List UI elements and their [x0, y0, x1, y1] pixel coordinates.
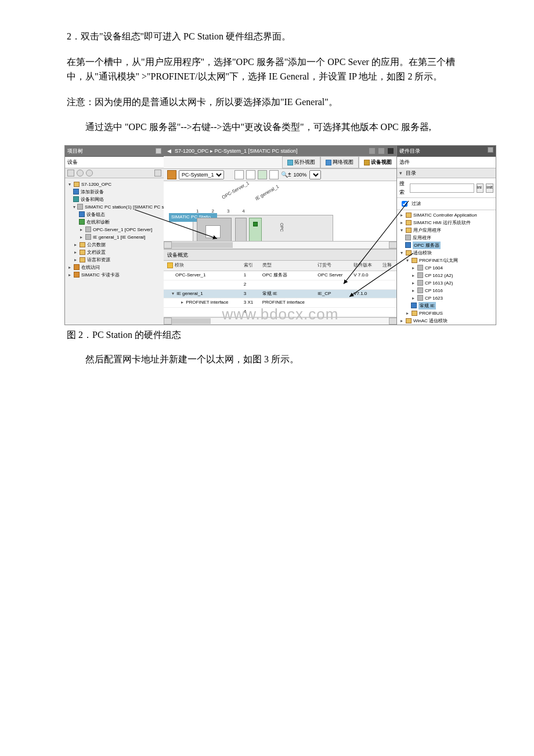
device-canvas[interactable]: OPC-Server_1 IE general_1 1234 SIMATIC P…: [164, 181, 397, 249]
figure-2-caption: 图 2．PC Station 的硬件组态: [67, 327, 467, 343]
toolbar-btn-4[interactable]: [258, 170, 267, 179]
tree-node-add-device[interactable]: 添加新设备: [67, 188, 163, 196]
folder-icon: [74, 182, 80, 187]
station-select[interactable]: PC-System_1: [179, 170, 224, 179]
device-overview-title: 设备概览: [164, 249, 397, 261]
nav-btn-1[interactable]: [67, 170, 74, 177]
breadcrumb-text: S7-1200_OPC ▸ PC-System_1 [SIMATIC PC st…: [175, 147, 297, 155]
options-bar: 选件: [397, 157, 496, 168]
zoom-select[interactable]: [309, 170, 321, 179]
scroll-right-icon[interactable]: [389, 242, 397, 249]
tree-node-opc-server[interactable]: ▸OPC-Server_1 [OPC Server]: [67, 226, 163, 233]
filter-label: 过滤: [412, 200, 421, 208]
options-label: 选件: [399, 158, 410, 166]
tree-node-ie-general[interactable]: ▸IE general_1 [IE General]: [67, 233, 163, 241]
catalog-item[interactable]: ▸CP 1623: [399, 294, 495, 302]
pin-icon[interactable]: [156, 148, 161, 154]
doc-line-3: 注意：因为使用的是普通以太网卡，所以要选择添加"IE General"。: [67, 95, 467, 110]
tab-topology-view[interactable]: 拓扑视图: [282, 156, 320, 168]
module-icon: [405, 235, 411, 240]
doc-line-2: 在第一个槽中，从"用户应用程序"，选择"OPC 服务器"添加一个 OPC Sev…: [67, 55, 467, 84]
folder-icon: [406, 228, 412, 233]
catalog-panel: 硬件目录 选件 ▾ 目录 搜索 ini init 过滤 ▸SIMATIC Con…: [396, 146, 496, 325]
catalog-item[interactable]: ▾通信模块: [399, 249, 495, 257]
screenshot-figure-2: 项目树 设备 ▾S7-1200_OPC 添加新设备 设备和网络 ▾SIMATIC…: [64, 145, 496, 325]
table-header-row: 模块 索引 类型 订货号 软件版本 注释: [164, 261, 397, 271]
zoom-icon[interactable]: 🔍±: [281, 170, 291, 179]
pin-icon[interactable]: [488, 147, 493, 153]
tree-node-devices-networks[interactable]: 设备和网络: [67, 196, 163, 203]
zoom-value[interactable]: 100%: [294, 171, 307, 179]
topology-icon: [287, 160, 293, 165]
catalog-item[interactable]: ▾用户应用程序: [399, 226, 495, 234]
tree-node-project[interactable]: ▾S7-1200_OPC: [67, 181, 163, 188]
table-row[interactable]: ▾ IE general_1 3常规 IE IE_CPV7.1.0: [164, 289, 397, 298]
tree-node-pc-station[interactable]: ▾SIMATIC PC station(1) [SIMATIC PC stati…: [67, 203, 163, 211]
toolbar-btn-3[interactable]: [246, 170, 255, 179]
catalog-search-row: 搜索 ini init: [397, 178, 496, 198]
devices-subbar: 设备: [65, 157, 164, 168]
folder-icon: [406, 213, 412, 218]
toolbar-btn-5[interactable]: [269, 170, 279, 179]
folder-icon: [80, 242, 85, 247]
catalog-item[interactable]: ▸CP 1616: [399, 287, 495, 294]
catalog-item[interactable]: ▸PROFIBUS: [399, 309, 495, 317]
project-tree: ▾S7-1200_OPC 添加新设备 设备和网络 ▾SIMATIC PC sta…: [65, 178, 164, 281]
catalog-item-opc-server[interactable]: OPC 服务器: [399, 242, 495, 249]
scroll-left-icon[interactable]: [164, 318, 172, 325]
breadcrumb-bar: ◀ S7-1200_OPC ▸ PC-System_1 [SIMATIC PC …: [164, 146, 397, 156]
scroll-left-icon[interactable]: [164, 242, 172, 249]
catalog-item[interactable]: ▸WinAC 通信模块: [399, 317, 495, 325]
slot-label-opcserver: OPC-Server_1: [221, 181, 251, 201]
catalog-item[interactable]: ▸SIMATIC Controller Application: [399, 211, 495, 219]
network-icon: [73, 196, 79, 202]
catalog-search-input[interactable]: [410, 183, 474, 193]
scroll-right-icon[interactable]: [389, 318, 397, 325]
diag-icon: [79, 219, 85, 225]
canvas-hscroll[interactable]: [164, 241, 397, 249]
tree-node-online-access[interactable]: ▸在线访问: [67, 264, 163, 271]
btn-init[interactable]: init: [486, 183, 493, 193]
device-toolbar: PC-System_1 🔍± 100%: [164, 169, 397, 181]
filter-checkbox[interactable]: [402, 201, 407, 207]
catalog-item-ie-general[interactable]: 常规 IE: [399, 302, 495, 309]
nav-btn-2[interactable]: [77, 170, 84, 177]
table-row[interactable]: OPC-Server_1 1OPC 服务器 OPC ServerV 7.0.0: [164, 271, 397, 280]
window-close-icon[interactable]: [388, 148, 394, 154]
catalog-item[interactable]: 应用程序: [399, 234, 495, 242]
nav-btn-3[interactable]: [86, 170, 93, 177]
catalog-filter-row: 过滤: [397, 198, 496, 210]
catalog-item[interactable]: ▸CP 1604: [399, 264, 495, 272]
tree-node-online-diag[interactable]: 在线和诊断: [67, 218, 163, 226]
catalog-section-header: ▾ 目录: [397, 168, 496, 178]
tab-network-view[interactable]: 网络视图: [320, 156, 359, 168]
catalog-item[interactable]: ▾PROFINET/以太网: [399, 257, 495, 264]
nav-btn-expand[interactable]: [154, 170, 161, 177]
toolbar-btn-2[interactable]: [234, 170, 244, 179]
scroll-thumb[interactable]: [172, 318, 211, 324]
watermark-text: www.bdocx.com: [222, 303, 339, 327]
tree-node-common-data[interactable]: ▸公共数据: [67, 241, 163, 249]
folder-icon: [80, 257, 85, 262]
catalog-item[interactable]: ▸SIMATIC HMI 运行系统软件: [399, 219, 495, 226]
tree-node-doc-settings[interactable]: ▸文档设置: [67, 249, 163, 256]
breadcrumb-back-icon[interactable]: ◀: [167, 147, 171, 155]
slot2-vlabel: OPC: [279, 223, 285, 232]
module-icon: [417, 280, 423, 286]
catalog-section: 目录: [406, 169, 416, 177]
scroll-thumb[interactable]: [172, 242, 233, 248]
table-row[interactable]: 2: [164, 280, 397, 289]
tree-node-lang-res[interactable]: ▸语言和资源: [67, 256, 163, 264]
catalog-item[interactable]: ▸CP 1612 (A2): [399, 272, 495, 279]
folder-icon: [406, 250, 412, 255]
tab-device-view[interactable]: 设备视图: [359, 156, 397, 168]
tree-node-device-config[interactable]: 设备组态: [67, 211, 163, 218]
window-max-icon[interactable]: [378, 148, 384, 154]
btn-ini[interactable]: ini: [477, 183, 484, 193]
tree-node-card-reader[interactable]: ▸SIMATIC 卡读卡器: [67, 271, 163, 279]
catalog-title: 硬件目录: [399, 147, 420, 155]
catalog-item[interactable]: ▸CP 1613 (A2): [399, 279, 495, 287]
toolbar-btn-1[interactable]: [167, 170, 176, 179]
window-min-icon[interactable]: [369, 148, 375, 154]
tree-nav-bar: [65, 168, 164, 178]
